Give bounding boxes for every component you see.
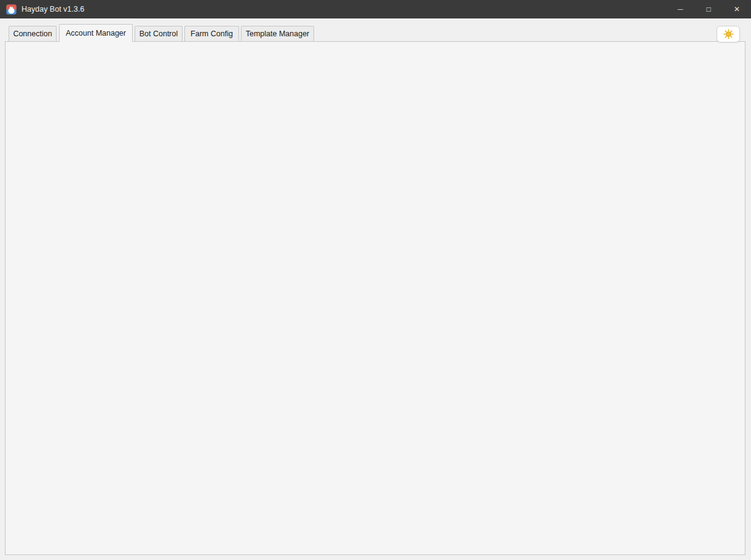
close-button[interactable]: ✕ — [723, 0, 751, 18]
hayday-bot-window: { "window": {"title": "Hayday Bot v1.3.6… — [0, 0, 751, 560]
app-chicken-icon — [6, 4, 17, 15]
theme-toggle-button[interactable] — [717, 26, 740, 42]
tab-connection[interactable]: Connection — [9, 26, 57, 41]
tab-content-panel — [5, 41, 745, 555]
tab-account-manager[interactable]: Account Manager — [59, 24, 133, 42]
maximize-button[interactable]: □ — [694, 0, 723, 18]
tab-template-manager[interactable]: Template Manager — [241, 26, 314, 41]
window-title: Hayday Bot v1.3.6 — [22, 5, 84, 14]
titlebar: Hayday Bot v1.3.6 ─ □ ✕ — [0, 0, 751, 18]
close-icon: ✕ — [734, 5, 740, 14]
maximize-icon: □ — [706, 5, 710, 14]
window-controls: ─ □ ✕ — [666, 0, 751, 18]
sun-icon — [723, 28, 734, 40]
tab-bot-control[interactable]: Bot Control — [135, 26, 183, 41]
minimize-button[interactable]: ─ — [666, 0, 694, 18]
tab-farm-config[interactable]: Farm Config — [184, 26, 239, 41]
minimize-icon: ─ — [678, 5, 683, 14]
